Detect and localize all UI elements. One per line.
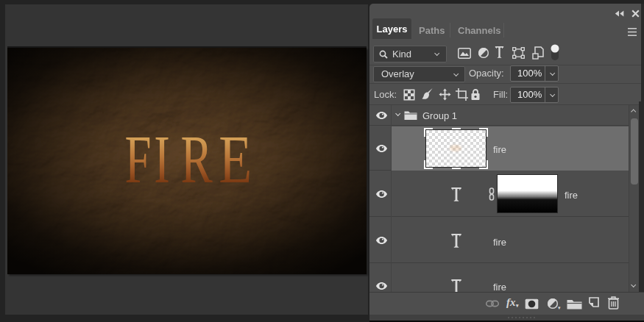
svg-text:R: R bbox=[180, 122, 213, 197]
svg-text:E: E bbox=[219, 122, 252, 197]
svg-text:I: I bbox=[154, 122, 170, 197]
svg-text:F: F bbox=[125, 122, 152, 197]
